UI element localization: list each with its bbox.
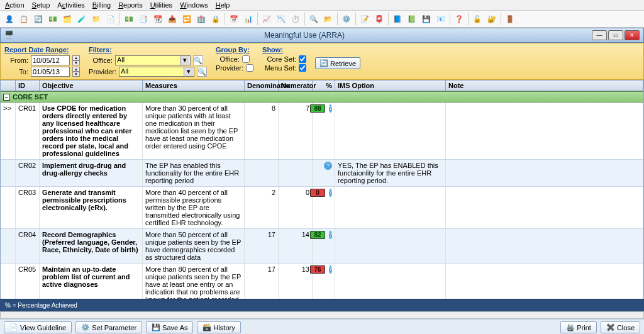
toolbar-sep (468, 13, 469, 25)
menu-help[interactable]: Help (216, 1, 230, 9)
toolbar-btn-8[interactable]: 📄 (104, 12, 118, 26)
table-row[interactable]: CR04Record Demographics (Preferred langu… (1, 229, 643, 264)
row-ims-option (335, 187, 446, 228)
table-row[interactable]: CR03Generate and transmit permissible pr… (1, 187, 643, 229)
menu-action[interactable]: Action (5, 1, 25, 9)
close-button-bottom[interactable]: ✖️ Close (601, 321, 640, 333)
save-as-button[interactable]: 💾 Save As (146, 321, 193, 333)
toolbar-btn-4[interactable]: 💵 (46, 12, 60, 26)
toolbar-btn-31[interactable]: 🔓 (470, 12, 484, 26)
col-note[interactable]: Note (446, 81, 643, 91)
history-button[interactable]: 🗃️ History (197, 321, 240, 333)
toolbar-btn-1[interactable]: 👤 (3, 12, 16, 26)
set-parameter-button[interactable]: ⚙️ Set Parameter (75, 321, 142, 333)
col-ims-option[interactable]: IMS Option (335, 81, 446, 91)
toolbar-btn-3[interactable]: 🔄 (31, 12, 45, 26)
from-date-spinner[interactable]: ▲▼ (72, 55, 80, 65)
row-id: CR05 (16, 264, 40, 299)
to-date-spinner[interactable]: ▲▼ (72, 67, 80, 77)
toolbar-btn-16[interactable]: 📅 (227, 12, 241, 26)
toolbar-sep (304, 13, 305, 25)
toolbar-btn-14[interactable]: 🏥 (194, 12, 208, 26)
info-icon[interactable]: ? (324, 162, 332, 170)
menu-utilities[interactable]: Utilities (150, 1, 172, 9)
toolbar-btn-11[interactable]: 📆 (151, 12, 165, 26)
col-numerator[interactable]: Numerator (279, 81, 313, 91)
from-date-input[interactable] (31, 55, 70, 65)
toolbar-btn-9[interactable]: 💵 (122, 12, 136, 26)
toolbar-btn-20[interactable]: ⏱️ (289, 12, 303, 26)
info-icon[interactable]: ? (329, 104, 332, 113)
toolbar-btn-10[interactable]: 📑 (136, 12, 150, 26)
maximize-button[interactable]: ▭ (608, 30, 623, 40)
toolbar-btn-23[interactable]: ⚙️ (340, 12, 353, 26)
row-marker: >> (1, 103, 16, 159)
collapse-icon[interactable]: − (3, 94, 10, 101)
g-office-check[interactable] (242, 55, 250, 63)
menu-label: Menu Set: (262, 64, 296, 72)
print-button[interactable]: 🖨️ Print (560, 321, 597, 333)
toolbar-btn-21[interactable]: 🔍 (307, 12, 321, 26)
toolbar-btn-25[interactable]: 📮 (372, 12, 386, 26)
info-icon[interactable]: ? (329, 265, 332, 274)
toolbar-btn-2[interactable]: 📋 (17, 12, 31, 26)
row-measures: More than 50 percent of all unique patie… (143, 229, 245, 263)
col-id[interactable]: ID (16, 81, 40, 91)
toolbar-btn-12[interactable]: 📥 (165, 12, 179, 26)
grid-header: ID Objective Measures Denominator Numera… (0, 80, 644, 91)
minimize-button[interactable]: — (592, 30, 607, 40)
toolbar-btn-32[interactable]: 🔐 (485, 12, 499, 26)
grid-body[interactable]: − CORE SET >>CR01Use CPOE for medication… (0, 91, 644, 299)
core-check[interactable] (299, 55, 306, 63)
to-date-input[interactable] (31, 67, 70, 77)
toolbar-btn-22[interactable]: 📂 (321, 12, 335, 26)
office-combo[interactable]: All (115, 55, 191, 65)
g-provider-check[interactable] (246, 64, 253, 72)
info-icon[interactable]: ? (329, 189, 332, 197)
row-objective: Use CPOE for medication orders directly … (40, 103, 143, 159)
toolbar-sep (355, 13, 356, 25)
view-guideline-button[interactable]: 📄 View Guideline (4, 321, 72, 333)
toolbar-btn-15[interactable]: 🔒 (209, 12, 223, 26)
close-button[interactable]: ✕ (625, 30, 640, 40)
row-denominator: 17 (245, 229, 279, 263)
toolbar-btn-27[interactable]: 📗 (405, 12, 419, 26)
group-row-core-set[interactable]: − CORE SET (1, 91, 643, 103)
info-icon[interactable]: ? (329, 231, 332, 239)
office-lookup-icon[interactable]: 🔍 (193, 55, 203, 65)
table-row[interactable]: CR02Implement drug-drug and drug-allergy… (1, 160, 643, 187)
menu-check[interactable] (299, 64, 306, 72)
toolbar-btn-29[interactable]: 📧 (434, 12, 448, 26)
menu-billing[interactable]: Billing (92, 1, 111, 9)
menu-setup[interactable]: Setup (32, 1, 50, 9)
menu-windows[interactable]: Windows (180, 1, 208, 9)
horizontal-scrollbar[interactable] (0, 311, 644, 319)
col-percent[interactable]: % (313, 81, 335, 91)
table-row[interactable]: >>CR01Use CPOE for medication orders dir… (1, 103, 643, 160)
menu-reports[interactable]: Reports (118, 1, 143, 9)
col-denominator[interactable]: Denominator (245, 81, 279, 91)
toolbar-btn-17[interactable]: 📊 (242, 12, 255, 26)
row-id: CR02 (16, 160, 40, 186)
col-marker[interactable] (1, 81, 16, 91)
toolbar-btn-7[interactable]: 📁 (89, 12, 103, 26)
toolbar-btn-28[interactable]: 💾 (419, 12, 433, 26)
toolbar-btn-19[interactable]: 📉 (274, 12, 288, 26)
toolbar-btn-30[interactable]: ❓ (452, 12, 466, 26)
toolbar-btn-6[interactable]: 🧪 (75, 12, 89, 26)
toolbar-btn-18[interactable]: 📈 (260, 12, 274, 26)
provider-combo[interactable]: All (119, 67, 194, 77)
toolbar-btn-13[interactable]: 🔁 (180, 12, 194, 26)
toolbar-btn-24[interactable]: 📝 (358, 12, 372, 26)
retrieve-button[interactable]: 🔄 Retrieve (315, 57, 360, 69)
provider-lookup-icon[interactable]: 🔍 (197, 67, 207, 77)
toolbar-btn-33[interactable]: 🚪 (503, 12, 517, 26)
col-measures[interactable]: Measures (143, 81, 245, 91)
main-toolbar: 👤 📋 🔄 💵 🗂️ 🧪 📁 📄 💵 📑 📆 📥 🔁 🏥 🔒 📅 📊 📈 📉 ⏱… (0, 11, 644, 28)
menu-activities[interactable]: Activities (57, 1, 84, 9)
toolbar-btn-26[interactable]: 📘 (391, 12, 404, 26)
toolbar-btn-5[interactable]: 🗂️ (60, 12, 74, 26)
col-objective[interactable]: Objective (40, 81, 143, 91)
row-numerator: 7 (279, 103, 313, 159)
table-row[interactable]: CR05Maintain an up-to-date problem list … (1, 264, 643, 299)
